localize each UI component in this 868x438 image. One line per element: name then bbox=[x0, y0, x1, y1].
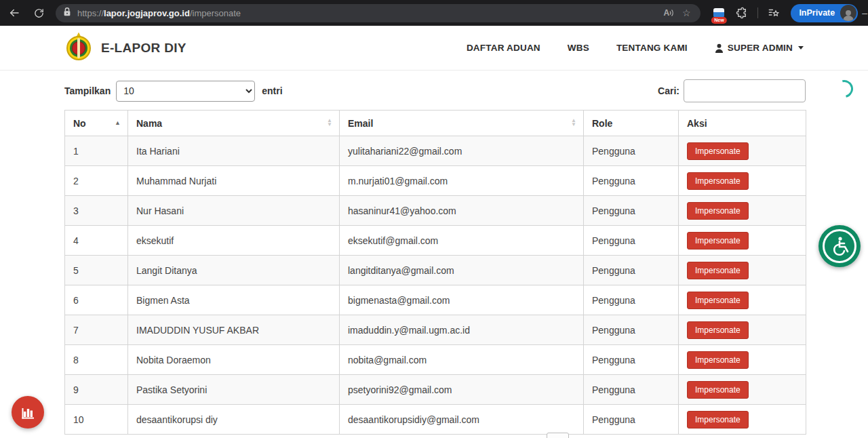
cell-aksi: Impersonate bbox=[679, 375, 806, 405]
table-row: 7 IMADUDDIN YUSUF AKBAR imaduddin.y@mail… bbox=[65, 315, 806, 345]
cell-no: 5 bbox=[65, 256, 128, 285]
table-row: 4 eksekutif eksekutif@gmail.com Pengguna… bbox=[65, 226, 806, 256]
cell-role: Pengguna bbox=[584, 345, 679, 375]
sort-asc-icon: ▲ bbox=[115, 119, 121, 125]
inprivate-badge[interactable]: InPrivate bbox=[791, 4, 858, 22]
cell-email: psetyorini92@gmail.com bbox=[340, 375, 584, 405]
user-menu[interactable]: SUPER ADMIN bbox=[715, 43, 804, 53]
cell-nama: Bigmen Asta bbox=[128, 285, 340, 315]
cell-no: 7 bbox=[65, 315, 128, 345]
page-size-select[interactable]: 10 bbox=[116, 81, 255, 102]
accessibility-icon bbox=[823, 229, 856, 263]
cell-email: nobita@gmail.com bbox=[340, 345, 584, 375]
user-table: No▲ Nama▲▼ Email▲▼ Role Aksi 1 Ita Haria… bbox=[64, 110, 806, 435]
read-aloud-icon[interactable]: A bbox=[660, 8, 677, 18]
search-input[interactable] bbox=[684, 79, 806, 102]
cell-role: Pengguna bbox=[584, 285, 679, 315]
nav-daftar-aduan[interactable]: DAFTAR ADUAN bbox=[467, 43, 540, 53]
table-row: 5 Langit Ditanya langitditanya@gmail.com… bbox=[65, 256, 806, 285]
table-row: 10 desaantikorupsi diy desaantikorupsidi… bbox=[65, 405, 806, 435]
cell-aksi: Impersonate bbox=[679, 285, 806, 315]
cell-aksi: Impersonate bbox=[679, 256, 806, 285]
address-bar[interactable]: https://lapor.jogjaprov.go.id/impersonat… bbox=[56, 4, 701, 22]
impersonate-button[interactable]: Impersonate bbox=[687, 202, 749, 220]
cell-nama: Muhammad Nurjati bbox=[128, 166, 340, 196]
impersonate-button[interactable]: Impersonate bbox=[687, 262, 749, 279]
nav-wbs[interactable]: WBS bbox=[568, 43, 589, 53]
table-row: 2 Muhammad Nurjati m.nurjati01@gmail.com… bbox=[65, 166, 806, 196]
inprivate-label: InPrivate bbox=[799, 8, 835, 18]
nav-tentang-kami[interactable]: TENTANG KAMI bbox=[616, 43, 688, 53]
extension-area: New InPrivate – bbox=[707, 3, 868, 23]
statistics-fab-button[interactable] bbox=[12, 396, 44, 429]
extensions-puzzle-icon[interactable] bbox=[733, 3, 751, 23]
cell-role: Pengguna bbox=[584, 196, 679, 226]
table-row: 6 Bigmen Asta bigmenasta@gmail.com Pengg… bbox=[65, 285, 806, 315]
cell-aksi: Impersonate bbox=[679, 345, 806, 375]
impersonate-button[interactable]: Impersonate bbox=[687, 172, 749, 190]
pagination-button-partial[interactable] bbox=[547, 433, 569, 438]
cell-aksi: Impersonate bbox=[679, 136, 806, 166]
cell-nama: Pastika Setyorini bbox=[128, 375, 340, 405]
impersonate-button[interactable]: Impersonate bbox=[687, 381, 749, 399]
cell-role: Pengguna bbox=[584, 405, 679, 435]
favorites-hub-icon[interactable] bbox=[765, 3, 783, 23]
impersonate-button[interactable]: Impersonate bbox=[687, 411, 749, 429]
browser-menu-icon[interactable]: – bbox=[862, 7, 868, 18]
impersonate-button[interactable]: Impersonate bbox=[687, 232, 749, 250]
cell-no: 1 bbox=[65, 136, 128, 166]
impersonate-button[interactable]: Impersonate bbox=[687, 351, 749, 369]
reload-icon[interactable] bbox=[28, 3, 49, 23]
main-nav: DAFTAR ADUAN WBS TENTANG KAMI SUPER ADMI… bbox=[467, 43, 804, 53]
favorite-star-icon[interactable]: ☆ bbox=[677, 7, 695, 18]
impersonate-button[interactable]: Impersonate bbox=[687, 292, 749, 309]
cell-email: imaduddin.y@mail.ugm.ac.id bbox=[340, 315, 584, 345]
cell-aksi: Impersonate bbox=[679, 405, 806, 435]
cell-email: hasaninur41@yahoo.com bbox=[340, 196, 584, 226]
table-row: 3 Nur Hasani hasaninur41@yahoo.com Pengg… bbox=[65, 196, 806, 226]
lock-icon bbox=[62, 7, 72, 20]
cell-nama: Ita Hariani bbox=[128, 136, 340, 166]
url-text: https://lapor.jogjaprov.go.id/impersonat… bbox=[77, 8, 660, 18]
header-no[interactable]: No▲ bbox=[65, 111, 128, 136]
brand-name: E-LAPOR DIY bbox=[101, 41, 186, 56]
cell-aksi: Impersonate bbox=[679, 196, 806, 226]
cell-aksi: Impersonate bbox=[679, 226, 806, 256]
chevron-down-icon bbox=[798, 46, 804, 49]
cell-role: Pengguna bbox=[584, 166, 679, 196]
cell-no: 4 bbox=[65, 226, 128, 256]
cell-nama: Nur Hasani bbox=[128, 196, 340, 226]
impersonate-button[interactable]: Impersonate bbox=[687, 142, 749, 160]
profile-avatar[interactable] bbox=[840, 5, 856, 21]
cell-email: desaantikorupsidiy@gmail.com bbox=[340, 405, 584, 435]
bar-chart-icon bbox=[20, 404, 36, 420]
site-header: E-LAPOR DIY DAFTAR ADUAN WBS TENTANG KAM… bbox=[0, 26, 868, 71]
brand[interactable]: E-LAPOR DIY bbox=[64, 33, 186, 64]
back-icon[interactable] bbox=[4, 3, 24, 23]
header-nama[interactable]: Nama▲▼ bbox=[128, 111, 340, 136]
header-email[interactable]: Email▲▼ bbox=[340, 111, 584, 136]
impersonate-button[interactable]: Impersonate bbox=[687, 321, 749, 339]
table-row: 9 Pastika Setyorini psetyorini92@gmail.c… bbox=[65, 375, 806, 405]
cell-email: yulitahariani22@gmail.com bbox=[340, 136, 584, 166]
table-controls: Tampilkan 10 entri Cari: bbox=[64, 77, 806, 104]
accessibility-widget-button[interactable] bbox=[818, 225, 861, 267]
header-aksi: Aksi bbox=[679, 111, 806, 136]
cell-no: 2 bbox=[65, 166, 128, 196]
diy-emblem-logo bbox=[64, 33, 93, 64]
browser-chrome: https://lapor.jogjaprov.go.id/impersonat… bbox=[0, 0, 868, 26]
cell-nama: IMADUDDIN YUSUF AKBAR bbox=[128, 315, 340, 345]
user-table-body: 1 Ita Hariani yulitahariani22@gmail.com … bbox=[65, 136, 806, 435]
loading-spinner bbox=[832, 77, 856, 101]
user-icon bbox=[715, 43, 724, 53]
search-label: Cari: bbox=[658, 85, 679, 96]
sort-icon: ▲▼ bbox=[327, 119, 332, 128]
cell-nama: Langit Ditanya bbox=[128, 256, 340, 285]
table-row: 8 Nobita Doraemon nobita@gmail.com Pengg… bbox=[65, 345, 806, 375]
cell-role: Pengguna bbox=[584, 136, 679, 166]
cell-nama: Nobita Doraemon bbox=[128, 345, 340, 375]
cell-no: 8 bbox=[65, 345, 128, 375]
cell-email: bigmenasta@gmail.com bbox=[340, 285, 584, 315]
extension-new-icon[interactable]: New bbox=[710, 3, 728, 23]
toolbar-divider bbox=[757, 7, 758, 18]
